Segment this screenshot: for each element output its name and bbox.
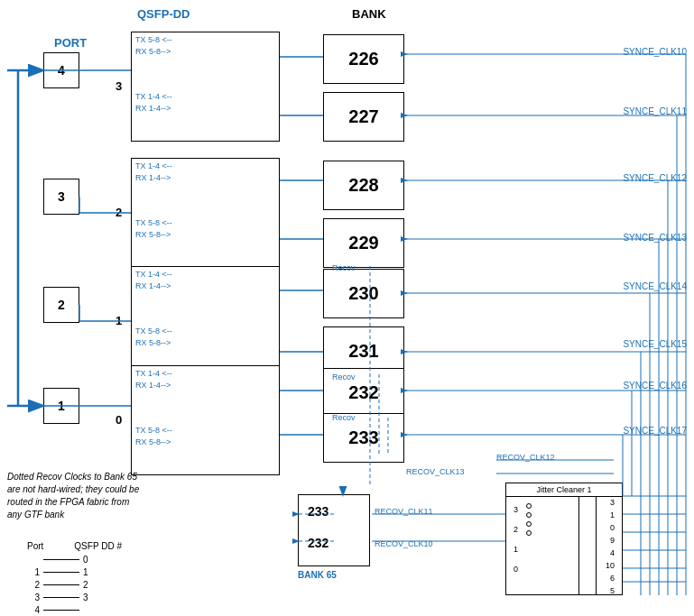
port-box-2: 2 [43,287,79,323]
jitter-outputs: 3 1 0 9 4 10 6 5 [606,496,615,597]
qsfp1-txrx1: TX 1-4 <--RX 1-4--> [135,269,172,291]
recov-clk13-label: RECOV_CLK13 [406,467,465,476]
bank-label-231: 231 [348,341,378,362]
legend-port-header: Port [27,541,43,551]
qsfp2-txrx2: TX 5-8 <--RX 5-8--> [135,217,172,240]
bank-226: 226 [323,34,404,84]
synce-clk15: SYNCE_CLK15 [623,339,687,349]
bank65-label: BANK 65 [298,570,337,580]
bank65-232-label: 232 [308,536,328,550]
recov-label-232: Recov [332,413,356,422]
qsfp3-txrx1: TX 5-8 <--RX 5-8--> [135,34,172,57]
qsfp-label-2: 2 [116,206,122,219]
bank-label-227: 227 [348,106,378,127]
bank65-233-label: 233 [308,504,328,519]
bank-label-228: 228 [348,175,378,196]
bank-label-230: 230 [348,283,378,304]
bank-label-233: 233 [348,428,378,448]
synce-clk10: SYNCE_CLK10 [623,47,687,57]
legend-row3-qsfp: 3 [83,593,88,602]
bank-229: 229 [323,218,404,268]
jitter-inputs: 3 2 1 0 [514,500,518,579]
jitter-input-circles [526,503,532,536]
port-label-1: 1 [58,399,65,413]
bank-title: BANK [352,7,386,21]
qsfp-label-1: 1 [116,314,122,327]
jitter-cleaner-box: Jitter Cleaner 1 3 2 1 0 3 1 0 9 4 10 6 … [505,483,623,595]
legend-row1-port: 1 [27,567,40,577]
legend-row4-port: 4 [27,605,40,615]
recov-clk12-label: RECOV_CLK12 [496,453,555,462]
qsfp-group-1: TX 1-4 <--RX 1-4--> TX 5-8 <--RX 5-8--> [131,266,280,376]
qsfp-label-3: 3 [116,79,122,93]
jitter-output-block [578,496,597,595]
qsfp3-txrx2: TX 1-4 <--RX 1-4--> [135,91,172,114]
qsfp0-txrx2: TX 5-8 <--RX 5-8--> [135,425,172,447]
qsfp-label-0: 0 [116,413,122,427]
qsfp-group-0: TX 1-4 <--RX 1-4--> TX 5-8 <--RX 5-8--> [131,365,280,475]
qsfp-title: QSFP-DD [137,7,190,21]
recov-label-231: Recov [332,372,356,382]
synce-clk11: SYNCE_CLK11 [623,106,687,116]
port-label-2: 2 [58,298,65,312]
synce-clk12: SYNCE_CLK12 [623,173,687,183]
diagram: QSFP-DD BANK PORT 4 3 2 1 TX 5-8 <--RX 5… [0,0,694,616]
port-box-4: 4 [43,52,79,88]
port-label-3: 3 [58,189,65,204]
bank-230: 230 [323,269,404,318]
legend-qsfp-header: QSFP DD # [74,541,122,551]
bank-228: 228 [323,161,404,210]
recov-clk11-label: RECOV_CLK11 [375,507,433,516]
qsfp-group-3: TX 5-8 <--RX 5-8--> TX 1-4 <--RX 1-4--> [131,32,280,142]
port-label-4: 4 [58,63,65,78]
port-box-1: 1 [43,388,79,424]
recov-label-229: Recov [332,263,356,272]
legend-row3-port: 3 [27,593,40,602]
bank65-box: 233 232 [298,494,370,566]
qsfp0-txrx1: TX 1-4 <--RX 1-4--> [135,368,172,391]
bank-227: 227 [323,92,404,142]
note-text: Dotted Recov Clocks to Bank 65 are not h… [7,471,143,521]
legend-row0-qsfp: 0 [83,555,88,565]
legend-row2-qsfp: 2 [83,580,88,590]
port-box-3: 3 [43,179,79,215]
synce-clk13: SYNCE_CLK13 [623,233,687,243]
bank-label-232: 232 [348,382,378,403]
bank-label-226: 226 [348,49,378,69]
legend-row2-port: 2 [27,580,40,590]
legend-area: Port QSFP DD # 0 1 1 2 2 3 3 [27,541,122,616]
qsfp2-txrx1: TX 1-4 <--RX 1-4--> [135,161,172,183]
jitter-cleaner-title: Jitter Cleaner 1 [506,483,622,497]
qsfp1-txrx2: TX 5-8 <--RX 5-8--> [135,326,172,348]
synce-clk17: SYNCE_CLK17 [623,426,687,436]
legend-row1-qsfp: 1 [83,567,88,577]
recov-clk10-label: RECOV_CLK10 [375,539,433,548]
synce-clk16: SYNCE_CLK16 [623,381,687,391]
bank-label-229: 229 [348,233,378,253]
port-title: PORT [54,36,87,50]
qsfp-group-2: TX 1-4 <--RX 1-4--> TX 5-8 <--RX 5-8--> [131,158,280,268]
synce-clk14: SYNCE_CLK14 [623,281,687,291]
